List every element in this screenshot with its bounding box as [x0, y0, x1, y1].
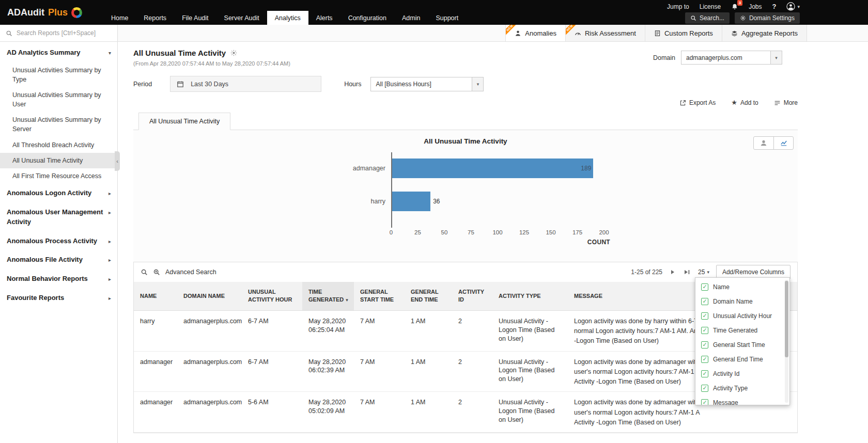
domain-settings-button[interactable]: Domain Settings	[735, 12, 800, 24]
anomalies-icon	[515, 30, 521, 37]
checkbox-checked-icon[interactable]: ✓	[701, 370, 708, 377]
checkbox-checked-icon[interactable]: ✓	[701, 385, 708, 392]
checkbox-checked-icon[interactable]: ✓	[701, 312, 708, 320]
checkbox-checked-icon[interactable]: ✓	[701, 399, 708, 405]
column-toggle-time-generated[interactable]: ✓Time Generated	[695, 323, 789, 338]
chart-bar[interactable]: 189	[392, 159, 593, 178]
report-settings-icon[interactable]	[230, 50, 237, 56]
column-toggle-activity-id[interactable]: ✓Activity Id	[695, 367, 789, 381]
chart-view-toggle[interactable]	[773, 137, 793, 149]
column-toggle-general-end-time[interactable]: ✓General End Time	[695, 352, 789, 367]
search-icon[interactable]	[141, 268, 148, 276]
column-toggle-unusual-activity-hour[interactable]: ✓Unusual Activity Hour	[695, 309, 789, 323]
checkbox-checked-icon[interactable]: ✓	[701, 341, 708, 349]
column-toggle-general-start-time[interactable]: ✓General Start Time	[695, 338, 789, 352]
sidebar-item-all-first-time-resource-access[interactable]: All First Time Resource Access	[0, 168, 117, 184]
report-date-range: (From Apr 28,2020 07:57:44 AM to May 28,…	[133, 60, 290, 67]
add-to-button[interactable]: ★ Add to	[731, 99, 758, 106]
nav-support[interactable]: Support	[428, 11, 466, 25]
tab-custom-reports[interactable]: Custom Reports	[645, 25, 722, 41]
column-header-time-generated[interactable]: TIME GENERATED▾	[302, 282, 354, 310]
report-search-input[interactable]	[17, 29, 112, 37]
nav-configuration[interactable]: Configuration	[340, 11, 394, 25]
sidebar-item-favourite-reports[interactable]: Favourite Reports▸	[0, 289, 117, 308]
chart-bar-value: 36	[433, 198, 440, 205]
sidebar-item-unusual-activities-summary-by-server[interactable]: Unusual Activities Summary by Server	[0, 112, 117, 137]
next-page-button[interactable]	[669, 268, 676, 276]
column-toggle-activity-type[interactable]: ✓Activity Type	[695, 381, 789, 395]
column-header-label: TIME GENERATED	[308, 289, 344, 303]
sidebar-item-label: Favourite Reports	[7, 293, 105, 303]
sidebar-item-all-threshold-breach-activity[interactable]: All Threshold Breach Activity	[0, 137, 117, 153]
sidebar-item-anomalous-process-activity[interactable]: Anomalous Process Activity▸	[0, 232, 117, 251]
chevron-down-icon: ▾	[109, 50, 111, 57]
notifications-bell-icon[interactable]: 3	[731, 3, 738, 10]
last-page-button[interactable]	[683, 268, 691, 276]
nav-alerts[interactable]: Alerts	[308, 11, 340, 25]
period-picker[interactable]: Last 30 Days	[170, 76, 321, 92]
app-logo[interactable]: ADAuditPlus	[7, 0, 82, 25]
nav-admin[interactable]: Admin	[394, 11, 428, 25]
message-line: Activity -Logon Time (Based on User)	[574, 418, 791, 426]
nav-reports[interactable]: Reports	[136, 11, 174, 25]
chart-view-toggles	[753, 136, 794, 150]
panel-scrollbar-thumb[interactable]	[785, 281, 788, 357]
help-icon[interactable]: ?	[772, 3, 777, 10]
sidebar-item-anomalous-logon-activity[interactable]: Anomalous Logon Activity▸	[0, 184, 117, 203]
nav-analytics[interactable]: Analytics	[267, 11, 308, 25]
sidebar-item-unusual-activities-summary-by-user[interactable]: Unusual Activities Summary by User	[0, 87, 117, 112]
chevron-down-icon: ▾	[797, 4, 800, 9]
cell-general-end-time: 1 AM	[405, 351, 452, 392]
sidebar-item-ad-analytics-summary[interactable]: AD Analytics Summary▾	[0, 43, 117, 62]
checkbox-checked-icon[interactable]: ✓	[701, 298, 708, 305]
sidebar-item-unusual-activities-summary-by-type[interactable]: Unusual Activities Summary by Type	[0, 62, 117, 87]
export-as-button[interactable]: Export As	[679, 99, 716, 106]
column-header-activity-id[interactable]: ACTIVITY ID	[452, 282, 492, 310]
nav-server-audit[interactable]: Server Audit	[216, 11, 267, 25]
global-search-button[interactable]: Search...	[685, 12, 730, 24]
sidebar-collapse-handle[interactable]: ‹	[115, 151, 120, 171]
advanced-search-icon[interactable]	[153, 268, 160, 276]
jump-to-link[interactable]: Jump to	[667, 3, 689, 10]
sidebar-item-anomalous-file-activity[interactable]: Anomalous File Activity▸	[0, 250, 117, 270]
sidebar-item-all-unusual-time-activity[interactable]: All Unusual Time Activity	[0, 153, 117, 168]
sidebar-item-anomalous-user-management-activity[interactable]: Anomalous User Management Activity▸	[0, 203, 117, 232]
cell-unusual-activity-hour: 6-7 AM	[242, 351, 302, 392]
user-view-toggle[interactable]	[754, 137, 773, 149]
checkbox-checked-icon[interactable]: ✓	[701, 283, 708, 291]
nav-file-audit[interactable]: File Audit	[174, 11, 216, 25]
tab-anomalies[interactable]: NEWAnomalies	[505, 25, 565, 41]
license-link[interactable]: License	[700, 3, 721, 10]
page-size-select[interactable]: 25 ▾	[698, 268, 709, 276]
column-header-domain-name[interactable]: DOMAIN NAME	[177, 282, 242, 310]
column-header-label: ACTIVITY TYPE	[499, 293, 541, 299]
tab-risk-assessment[interactable]: NEWRisk Assessment	[565, 25, 645, 41]
user-menu[interactable]: ▾	[786, 2, 800, 11]
jobs-link[interactable]: Jobs	[749, 3, 762, 10]
column-header-general-start-time[interactable]: GENERAL START TIME	[354, 282, 405, 310]
chevron-right-icon: ▸	[109, 190, 111, 198]
column-header-unusual-activity-hour[interactable]: UNUSUAL ACTIVITY HOUR	[242, 282, 302, 310]
sidebar-item-normal-behavior-reports[interactable]: Normal Behavior Reports▸	[0, 270, 117, 289]
nav-home[interactable]: Home	[103, 11, 136, 25]
column-header-activity-type[interactable]: ACTIVITY TYPE	[492, 282, 568, 310]
reports-sidebar: AD Analytics Summary▾Unusual Activities …	[0, 42, 118, 443]
panel-scrollbar[interactable]	[785, 280, 788, 403]
column-header-name[interactable]: NAME	[134, 282, 177, 310]
report-search-box	[0, 25, 118, 41]
advanced-search-label[interactable]: Advanced Search	[165, 268, 216, 276]
column-header-general-end-time[interactable]: GENERAL END TIME	[405, 282, 452, 310]
checkbox-checked-icon[interactable]: ✓	[701, 356, 708, 363]
sort-desc-icon: ▾	[346, 297, 348, 303]
column-toggle-domain-name[interactable]: ✓Domain Name	[695, 294, 789, 309]
chart-bar[interactable]	[392, 192, 430, 211]
tab-all-unusual-time-activity[interactable]: All Unusual Time Activity	[138, 113, 230, 130]
hours-select[interactable]: All [Business Hours] ▾	[370, 77, 484, 91]
more-button[interactable]: More	[774, 99, 798, 106]
sidebar-item-label: Anomalous File Activity	[7, 255, 105, 265]
column-toggle-message[interactable]: ✓Message	[695, 395, 789, 405]
domain-select[interactable]: admanagerplus.com ▾	[681, 51, 782, 65]
checkbox-checked-icon[interactable]: ✓	[701, 327, 708, 334]
column-toggle-name[interactable]: ✓Name	[695, 280, 789, 294]
tab-aggregate-reports[interactable]: Aggregate Reports	[722, 25, 807, 41]
